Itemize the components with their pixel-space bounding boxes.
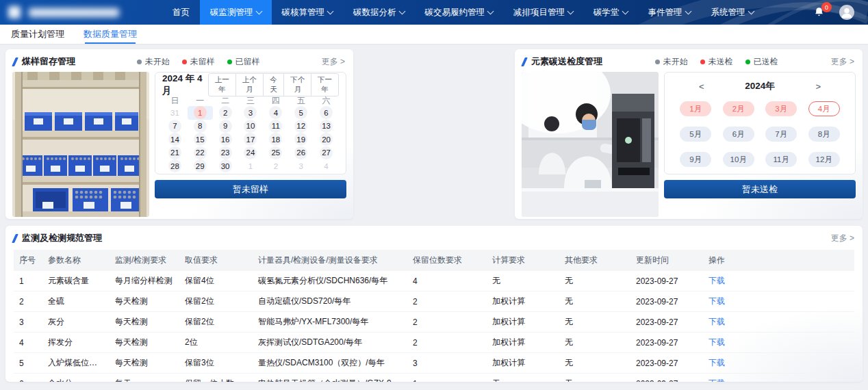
calendar-day[interactable]: 19 [288, 133, 314, 146]
month-pill[interactable]: 9月 [680, 152, 711, 167]
calendar-day[interactable]: 31 [162, 106, 188, 120]
nav-item[interactable]: 系统管理 [701, 0, 764, 25]
calendar-nav-button[interactable]: 上个月 [235, 73, 264, 96]
calendar-day[interactable]: 7 [162, 120, 188, 133]
download-link[interactable]: 下载 [709, 296, 725, 306]
download-link[interactable]: 下载 [709, 358, 725, 367]
calendar-day[interactable]: 1 [238, 159, 264, 173]
day-number: 12 [294, 120, 307, 133]
calendar-nav-button[interactable]: 下一年 [311, 73, 339, 96]
prev-year-icon[interactable]: < [699, 82, 704, 91]
calendar-day[interactable]: 13 [314, 120, 339, 133]
sample-status-button[interactable]: 暂未留样 [155, 180, 346, 198]
calendar-day[interactable]: 23 [213, 146, 238, 160]
cell-other-req: 无 [559, 312, 630, 333]
calendar-day[interactable]: 14 [162, 133, 188, 146]
calendar-day[interactable]: 5 [288, 106, 314, 120]
calendar-day[interactable]: 17 [238, 133, 264, 146]
calendar-day[interactable]: 27 [314, 146, 339, 160]
calendar-nav-button[interactable]: 上一年 [208, 73, 236, 96]
month-pill[interactable]: 2月 [723, 101, 754, 116]
download-link[interactable]: 下载 [709, 317, 725, 326]
column-header: 取值要求 [179, 250, 253, 271]
month-pill[interactable]: 1月 [680, 101, 711, 116]
cell-value-req: 保留2位 [179, 312, 253, 333]
month-pill[interactable]: 4月 [808, 101, 840, 116]
user-avatar[interactable] [839, 5, 854, 20]
test-status-button[interactable]: 暂未送检 [664, 180, 856, 198]
nav-item[interactable]: 首页 [162, 0, 200, 25]
more-link[interactable]: 更多 > [831, 233, 854, 244]
day-number: 24 [244, 146, 257, 159]
download-link[interactable]: 下载 [709, 276, 725, 285]
cell-monitor-req: 每天检测 [110, 333, 179, 353]
card-title: 监测及检测规范管理 [22, 232, 102, 244]
next-year-icon[interactable]: > [815, 82, 821, 91]
month-label: 6月 [732, 129, 745, 140]
download-link[interactable]: 下载 [709, 337, 725, 347]
download-link[interactable]: 下载 [709, 378, 725, 382]
calendar-day[interactable]: 21 [162, 146, 188, 160]
nav-item[interactable]: 碳监测管理 [200, 0, 272, 25]
more-link[interactable]: 更多 > [322, 56, 345, 68]
calendar-nav-button[interactable]: 下个月 [283, 73, 311, 96]
calendar-day[interactable]: 25 [263, 146, 288, 160]
more-link[interactable]: 更多 > [831, 56, 854, 68]
calendar-day[interactable]: 3 [238, 106, 264, 120]
calendar-day[interactable]: 3 [288, 159, 314, 173]
calendar-nav-buttons: 上一年 上个月 今天 下个月 下一年 [209, 73, 339, 96]
notification-bell[interactable]: 0 [813, 6, 826, 18]
legend-item: 未开始 [137, 56, 170, 68]
calendar-day[interactable]: 9 [213, 120, 238, 133]
calendar-day[interactable]: 10 [238, 120, 264, 133]
nav-item[interactable]: 碳核算管理 [272, 0, 344, 25]
sub-tab[interactable]: 数据质量管理 [84, 25, 137, 44]
calendar-day[interactable]: 24 [238, 146, 264, 160]
calendar-day[interactable]: 28 [162, 159, 188, 173]
cell-calc-req: 无 [487, 374, 559, 382]
month-label: 9月 [689, 155, 702, 165]
month-pill[interactable]: 3月 [765, 101, 797, 116]
calendar-day[interactable]: 4 [314, 159, 339, 173]
cell-other-req: 无 [559, 291, 630, 312]
month-pill[interactable]: 6月 [723, 127, 754, 142]
calendar-day[interactable]: 16 [213, 133, 238, 146]
calendar-day[interactable]: 12 [288, 120, 314, 133]
cell-value-req: 2位 [179, 333, 253, 353]
calendar-nav-button[interactable]: 今天 [263, 73, 285, 96]
calendar-day[interactable]: 29 [188, 159, 213, 173]
calendar-day[interactable]: 2 [213, 106, 238, 120]
calendar-day[interactable]: 4 [263, 106, 288, 120]
calendar-day[interactable]: 8 [188, 120, 213, 133]
month-pill[interactable]: 8月 [808, 127, 840, 142]
column-header: 操作 [703, 250, 854, 271]
calendar-day[interactable]: 30 [213, 159, 238, 173]
calendar-day[interactable]: 22 [188, 146, 213, 160]
month-pill[interactable]: 10月 [723, 152, 754, 167]
nav-item[interactable]: 碳数据分析 [343, 0, 415, 25]
day-number: 8 [194, 120, 207, 133]
nav-item[interactable]: 事件管理 [638, 0, 701, 25]
calendar-day[interactable]: 11 [263, 120, 288, 133]
cell-index: 5 [14, 353, 42, 374]
nav-item[interactable]: 碳交易履约管理 [415, 0, 504, 25]
table-row: 1 元素碳含量 每月缩分样检测 保留4位 碳氢氮元素分析仪/SDCHN636/每… [14, 271, 854, 291]
calendar-day[interactable]: 6 [314, 106, 339, 120]
sub-tab[interactable]: 质量计划管理 [11, 25, 64, 44]
nav-item[interactable]: 碳学堂 [583, 0, 638, 25]
calendar-day[interactable]: 2 [263, 159, 288, 173]
month-pill[interactable]: 7月 [765, 127, 797, 142]
calendar-day[interactable]: 1 [188, 106, 213, 120]
month-pill[interactable]: 12月 [808, 152, 840, 167]
month-grid: 1月 2月 3月 4月 [674, 101, 845, 167]
month-pill[interactable]: 11月 [765, 152, 797, 167]
calendar-day[interactable]: 26 [288, 146, 314, 160]
calendar-day[interactable]: 15 [188, 133, 213, 146]
chevron-down-icon [685, 8, 691, 15]
calendar-day[interactable]: 20 [314, 133, 339, 146]
month-pill[interactable]: 5月 [680, 127, 711, 142]
calendar-day[interactable]: 18 [263, 133, 288, 146]
cell-other-req: 无 [559, 271, 630, 291]
nav-item-label: 碳数据分析 [353, 7, 396, 18]
nav-item[interactable]: 减排项目管理 [503, 0, 583, 25]
